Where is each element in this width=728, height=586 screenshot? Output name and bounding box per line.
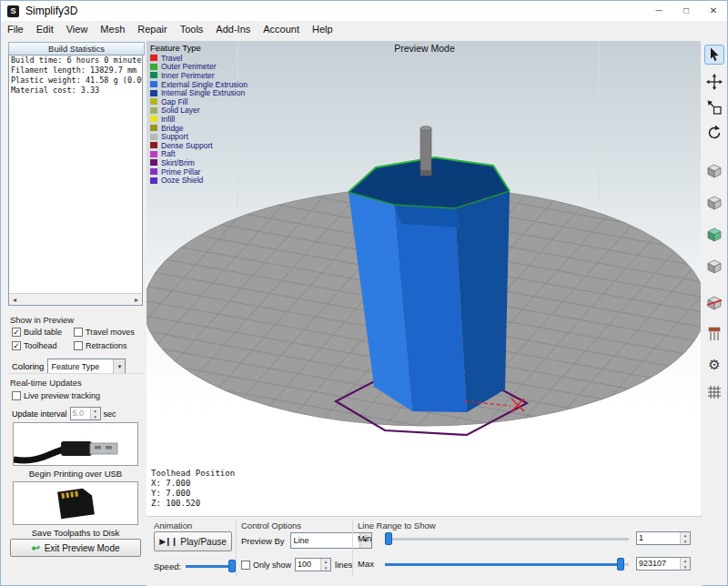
cross-section-tool-icon[interactable] xyxy=(704,293,724,313)
checkbox-travel-moves[interactable]: Travel moves xyxy=(74,328,143,337)
checkbox-travel-moves-box[interactable] xyxy=(74,328,83,337)
exit-preview-label: Exit Preview Mode xyxy=(45,543,120,553)
checkbox-retractions-box[interactable] xyxy=(74,341,83,350)
legend-item: Travel xyxy=(150,54,248,63)
menu-item-edit[interactable]: Edit xyxy=(30,21,60,38)
feature-type-legend: Feature Type TravelOuter PerimeterInner … xyxy=(150,43,248,185)
min-line-spinner[interactable]: 1 ▴▾ xyxy=(636,531,691,545)
menu-item-view[interactable]: View xyxy=(60,21,95,38)
legend-color-swatch xyxy=(150,142,157,148)
menu-item-help[interactable]: Help xyxy=(306,21,339,38)
machine-settings-icon[interactable]: ⚙ xyxy=(704,355,724,375)
only-show-spinner[interactable]: 100 ▴▾ xyxy=(295,558,331,571)
slider-handle[interactable] xyxy=(617,558,624,571)
scroll-right-arrow-icon[interactable]: ▸ xyxy=(131,296,142,304)
checkbox-live-preview-tracking[interactable]: Live preview tracking xyxy=(12,391,100,400)
stats-horizontal-scrollbar[interactable]: ◂ ▸ xyxy=(9,293,142,305)
scrollbar-track[interactable] xyxy=(20,294,131,305)
simplify3d-logo-icon: S xyxy=(7,5,19,17)
live-preview-tracking-container: Live preview tracking xyxy=(12,391,100,400)
speed-label: Speed: xyxy=(154,561,181,571)
speed-slider[interactable] xyxy=(186,560,237,572)
support-tool-icon[interactable] xyxy=(704,324,724,344)
legend-color-swatch xyxy=(150,81,157,87)
speed-row: Speed: xyxy=(154,560,237,572)
coloring-dropdown[interactable]: Feature Type ▾ xyxy=(47,359,126,374)
begin-printing-usb-button[interactable]: Begin Printing over USB xyxy=(12,422,139,479)
chevron-down-icon[interactable]: ▾ xyxy=(113,359,125,373)
spin-down-icon[interactable]: ▾ xyxy=(321,565,330,571)
checkbox-toolhead-box[interactable]: ✓ xyxy=(12,341,21,350)
usb-cable-image[interactable] xyxy=(13,422,138,466)
only-show-check-container: Only show xyxy=(241,561,291,570)
max-line-spinner[interactable]: 923107 ▴▾ xyxy=(636,557,691,571)
toolhead-y: Y: 7.000 xyxy=(151,489,235,499)
view-front-icon[interactable] xyxy=(704,225,724,245)
legend-item: Skirt/Brim xyxy=(150,158,248,167)
only-show-value: 100 xyxy=(296,559,320,571)
viewport-3d[interactable]: Feature Type TravelOuter PerimeterInner … xyxy=(147,41,703,516)
menu-item-mesh[interactable]: Mesh xyxy=(94,21,131,38)
menu-item-file[interactable]: File xyxy=(1,21,30,38)
scale-tool-icon[interactable] xyxy=(704,97,724,117)
menu-item-repair[interactable]: Repair xyxy=(131,21,173,38)
checkbox-only-show[interactable]: Only show xyxy=(241,561,291,570)
menu-bar: FileEditViewMeshRepairToolsAdd-InsAccoun… xyxy=(1,21,727,38)
maximize-button[interactable]: □ xyxy=(672,1,700,21)
rotate-tool-icon[interactable] xyxy=(704,123,724,143)
update-interval-spinner[interactable]: 5.0 ▴▾ xyxy=(70,407,101,420)
checkbox-retractions[interactable]: Retractions xyxy=(74,341,143,350)
checkbox-live-preview-tracking-box[interactable] xyxy=(12,391,21,400)
legend-item: External Single Extrusion xyxy=(150,80,248,89)
minimize-button[interactable]: ─ xyxy=(645,1,672,21)
legend-title: Feature Type xyxy=(150,43,248,53)
build-statistics-list[interactable]: Build time: 6 hours 0 minutesFilament le… xyxy=(8,55,143,306)
legend-item-label: Travel xyxy=(161,54,182,63)
legend-color-swatch xyxy=(150,107,157,114)
title-bar: S Simplify3D ─ □ ✕ xyxy=(1,1,727,21)
sd-card-image[interactable] xyxy=(13,481,138,525)
svg-text:⚙: ⚙ xyxy=(708,357,720,372)
min-line-slider[interactable] xyxy=(385,532,629,545)
save-toolpaths-disk-button[interactable]: Save Toolpaths to Disk xyxy=(12,481,139,538)
update-interval-row: Update interval 5.0 ▴▾ sec xyxy=(12,407,116,420)
max-line-slider[interactable] xyxy=(385,558,629,571)
view-side-icon[interactable] xyxy=(704,257,724,277)
only-show-unit: lines xyxy=(335,560,353,570)
preview-by-label: Preview By xyxy=(241,536,285,546)
coordinate-grid-icon[interactable] xyxy=(704,382,724,402)
vase-model[interactable] xyxy=(349,157,510,412)
checkbox-live-preview-tracking-label: Live preview tracking xyxy=(24,391,100,400)
slider-handle[interactable] xyxy=(385,532,392,545)
bottom-panel: Animation ▶❙❙ Play/Pause Speed: Control … xyxy=(147,516,703,586)
legend-item-label: Gap Fill xyxy=(161,97,187,106)
legend-color-swatch xyxy=(150,55,157,61)
checkbox-toolhead[interactable]: ✓Toolhead xyxy=(12,341,74,350)
view-default-icon[interactable] xyxy=(704,161,724,181)
menu-item-addins[interactable]: Add-Ins xyxy=(209,21,257,38)
menu-item-account[interactable]: Account xyxy=(257,21,306,38)
checkbox-build-table-box[interactable]: ✓ xyxy=(12,328,21,337)
control-options-title: Control Options xyxy=(241,520,301,530)
menu-item-tools[interactable]: Tools xyxy=(174,21,210,38)
exit-preview-mode-button[interactable]: ↩ Exit Preview Mode xyxy=(10,539,141,557)
checkbox-only-show-box[interactable] xyxy=(241,561,250,570)
checkbox-build-table[interactable]: ✓Build table xyxy=(12,328,74,337)
legend-item-label: Outer Perimeter xyxy=(161,62,216,71)
view-top-icon[interactable] xyxy=(704,193,724,213)
slider-handle[interactable] xyxy=(228,560,236,572)
translate-tool-icon[interactable] xyxy=(704,72,724,92)
scroll-left-arrow-icon[interactable]: ◂ xyxy=(9,296,20,304)
spin-down-icon[interactable]: ▾ xyxy=(681,539,690,545)
cursor-tool-icon[interactable] xyxy=(704,45,724,65)
legend-item-label: Dense Support xyxy=(161,141,213,150)
slider-track[interactable] xyxy=(385,538,629,541)
play-pause-button[interactable]: ▶❙❙ Play/Pause xyxy=(154,531,232,551)
close-button[interactable]: ✕ xyxy=(700,1,727,21)
play-pause-label: Play/Pause xyxy=(180,537,227,547)
legend-item: Ooze Shield xyxy=(150,176,248,185)
legend-item: Internal Single Extrusion xyxy=(150,88,248,97)
spin-down-icon[interactable]: ▾ xyxy=(681,564,690,571)
spin-down-icon[interactable]: ▾ xyxy=(91,414,100,420)
max-range-row: Max 923107 ▴▾ xyxy=(358,557,691,571)
